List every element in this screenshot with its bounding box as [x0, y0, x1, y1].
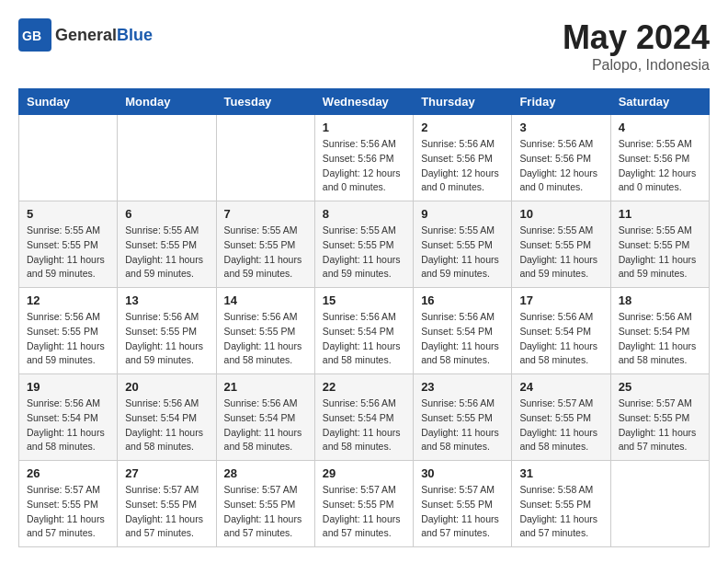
day-info: Sunrise: 5:56 AMSunset: 5:54 PMDaylight:… — [519, 310, 602, 368]
day-number: 31 — [519, 466, 602, 480]
calendar-cell: 1Sunrise: 5:56 AMSunset: 5:56 PMDaylight… — [314, 115, 413, 201]
day-info: Sunrise: 5:56 AMSunset: 5:55 PMDaylight:… — [125, 310, 208, 368]
logo-icon: GB — [18, 18, 51, 52]
day-info: Sunrise: 5:55 AMSunset: 5:56 PMDaylight:… — [619, 137, 701, 195]
week-row-3: 19Sunrise: 5:56 AMSunset: 5:54 PMDayligh… — [19, 374, 710, 461]
calendar-cell — [610, 461, 709, 547]
calendar-cell: 23Sunrise: 5:56 AMSunset: 5:55 PMDayligh… — [414, 374, 512, 461]
day-number: 12 — [27, 293, 109, 307]
day-number: 4 — [619, 121, 701, 134]
svg-text:GB: GB — [22, 29, 41, 43]
day-number: 2 — [421, 121, 504, 134]
day-info: Sunrise: 5:55 AMSunset: 5:55 PMDaylight:… — [27, 224, 109, 282]
day-number: 3 — [519, 121, 602, 134]
day-number: 25 — [619, 380, 701, 394]
day-info: Sunrise: 5:56 AMSunset: 5:54 PMDaylight:… — [619, 310, 701, 368]
header-day-friday: Friday — [512, 89, 610, 115]
calendar-cell: 14Sunrise: 5:56 AMSunset: 5:55 PMDayligh… — [216, 288, 314, 374]
calendar-cell: 7Sunrise: 5:55 AMSunset: 5:55 PMDaylight… — [216, 201, 314, 288]
day-number: 26 — [27, 466, 109, 480]
calendar-cell: 29Sunrise: 5:57 AMSunset: 5:55 PMDayligh… — [314, 461, 413, 547]
calendar-cell — [216, 115, 314, 201]
calendar-header-row: SundayMondayTuesdayWednesdayThursdayFrid… — [19, 89, 710, 115]
day-info: Sunrise: 5:56 AMSunset: 5:56 PMDaylight:… — [519, 137, 602, 195]
day-info: Sunrise: 5:57 AMSunset: 5:55 PMDaylight:… — [125, 483, 208, 541]
header-day-wednesday: Wednesday — [314, 89, 413, 115]
day-number: 24 — [519, 380, 602, 394]
calendar-cell: 17Sunrise: 5:56 AMSunset: 5:54 PMDayligh… — [512, 288, 610, 374]
header-day-monday: Monday — [118, 89, 216, 115]
page-title: May 2024 — [563, 18, 710, 57]
header-day-saturday: Saturday — [610, 89, 709, 115]
day-info: Sunrise: 5:56 AMSunset: 5:55 PMDaylight:… — [27, 310, 109, 368]
calendar-table: SundayMondayTuesdayWednesdayThursdayFrid… — [18, 88, 710, 547]
week-row-0: 1Sunrise: 5:56 AMSunset: 5:56 PMDaylight… — [19, 115, 710, 201]
calendar-cell: 5Sunrise: 5:55 AMSunset: 5:55 PMDaylight… — [19, 201, 118, 288]
title-area: May 2024 Palopo, Indonesia — [563, 18, 710, 74]
day-info: Sunrise: 5:57 AMSunset: 5:55 PMDaylight:… — [323, 483, 405, 541]
day-info: Sunrise: 5:56 AMSunset: 5:56 PMDaylight:… — [421, 137, 504, 195]
day-number: 23 — [421, 380, 504, 394]
day-info: Sunrise: 5:56 AMSunset: 5:54 PMDaylight:… — [27, 396, 109, 454]
day-number: 21 — [224, 380, 307, 394]
calendar-cell: 3Sunrise: 5:56 AMSunset: 5:56 PMDaylight… — [512, 115, 610, 201]
calendar-cell: 15Sunrise: 5:56 AMSunset: 5:54 PMDayligh… — [314, 288, 413, 374]
calendar-cell: 9Sunrise: 5:55 AMSunset: 5:55 PMDaylight… — [414, 201, 512, 288]
day-info: Sunrise: 5:55 AMSunset: 5:55 PMDaylight:… — [224, 224, 307, 282]
calendar-cell: 10Sunrise: 5:55 AMSunset: 5:55 PMDayligh… — [512, 201, 610, 288]
calendar-cell: 27Sunrise: 5:57 AMSunset: 5:55 PMDayligh… — [118, 461, 216, 547]
calendar-cell: 18Sunrise: 5:56 AMSunset: 5:54 PMDayligh… — [610, 288, 709, 374]
day-number: 27 — [125, 466, 208, 480]
day-number: 28 — [224, 466, 307, 480]
day-number: 15 — [323, 293, 405, 307]
calendar-cell: 16Sunrise: 5:56 AMSunset: 5:54 PMDayligh… — [414, 288, 512, 374]
day-number: 19 — [27, 380, 109, 394]
header: GB GeneralBlue May 2024 Palopo, Indonesi… — [18, 18, 710, 74]
logo: GB GeneralBlue — [18, 18, 153, 52]
week-row-4: 26Sunrise: 5:57 AMSunset: 5:55 PMDayligh… — [19, 461, 710, 547]
day-info: Sunrise: 5:56 AMSunset: 5:55 PMDaylight:… — [224, 310, 307, 368]
day-info: Sunrise: 5:56 AMSunset: 5:54 PMDaylight:… — [421, 310, 504, 368]
calendar-cell: 19Sunrise: 5:56 AMSunset: 5:54 PMDayligh… — [19, 374, 118, 461]
day-info: Sunrise: 5:55 AMSunset: 5:55 PMDaylight:… — [519, 224, 602, 282]
day-info: Sunrise: 5:55 AMSunset: 5:55 PMDaylight:… — [421, 224, 504, 282]
day-info: Sunrise: 5:55 AMSunset: 5:55 PMDaylight:… — [619, 224, 701, 282]
day-info: Sunrise: 5:56 AMSunset: 5:55 PMDaylight:… — [421, 396, 504, 454]
header-day-tuesday: Tuesday — [216, 89, 314, 115]
calendar-cell — [118, 115, 216, 201]
day-info: Sunrise: 5:58 AMSunset: 5:55 PMDaylight:… — [519, 483, 602, 541]
calendar-cell: 13Sunrise: 5:56 AMSunset: 5:55 PMDayligh… — [118, 288, 216, 374]
day-info: Sunrise: 5:57 AMSunset: 5:55 PMDaylight:… — [27, 483, 109, 541]
calendar-cell: 25Sunrise: 5:57 AMSunset: 5:55 PMDayligh… — [610, 374, 709, 461]
calendar-cell: 24Sunrise: 5:57 AMSunset: 5:55 PMDayligh… — [512, 374, 610, 461]
logo-blue: Blue — [117, 26, 153, 44]
day-number: 13 — [125, 293, 208, 307]
calendar-cell: 6Sunrise: 5:55 AMSunset: 5:55 PMDaylight… — [118, 201, 216, 288]
day-info: Sunrise: 5:56 AMSunset: 5:54 PMDaylight:… — [323, 310, 405, 368]
calendar-cell — [19, 115, 118, 201]
day-number: 17 — [519, 293, 602, 307]
day-number: 8 — [323, 207, 405, 221]
day-number: 1 — [323, 121, 405, 134]
logo-general: General — [55, 26, 117, 44]
calendar-cell: 20Sunrise: 5:56 AMSunset: 5:54 PMDayligh… — [118, 374, 216, 461]
day-number: 30 — [421, 466, 504, 480]
day-info: Sunrise: 5:57 AMSunset: 5:55 PMDaylight:… — [519, 396, 602, 454]
week-row-2: 12Sunrise: 5:56 AMSunset: 5:55 PMDayligh… — [19, 288, 710, 374]
day-info: Sunrise: 5:56 AMSunset: 5:54 PMDaylight:… — [323, 396, 405, 454]
day-info: Sunrise: 5:57 AMSunset: 5:55 PMDaylight:… — [619, 396, 701, 454]
calendar-cell: 26Sunrise: 5:57 AMSunset: 5:55 PMDayligh… — [19, 461, 118, 547]
day-info: Sunrise: 5:56 AMSunset: 5:54 PMDaylight:… — [224, 396, 307, 454]
page-subtitle: Palopo, Indonesia — [563, 57, 710, 74]
day-number: 6 — [125, 207, 208, 221]
day-info: Sunrise: 5:56 AMSunset: 5:54 PMDaylight:… — [125, 396, 208, 454]
week-row-1: 5Sunrise: 5:55 AMSunset: 5:55 PMDaylight… — [19, 201, 710, 288]
day-number: 20 — [125, 380, 208, 394]
calendar-cell: 21Sunrise: 5:56 AMSunset: 5:54 PMDayligh… — [216, 374, 314, 461]
day-number: 18 — [619, 293, 701, 307]
day-number: 14 — [224, 293, 307, 307]
calendar-cell: 28Sunrise: 5:57 AMSunset: 5:55 PMDayligh… — [216, 461, 314, 547]
day-info: Sunrise: 5:55 AMSunset: 5:55 PMDaylight:… — [323, 224, 405, 282]
calendar-cell: 8Sunrise: 5:55 AMSunset: 5:55 PMDaylight… — [314, 201, 413, 288]
day-number: 29 — [323, 466, 405, 480]
